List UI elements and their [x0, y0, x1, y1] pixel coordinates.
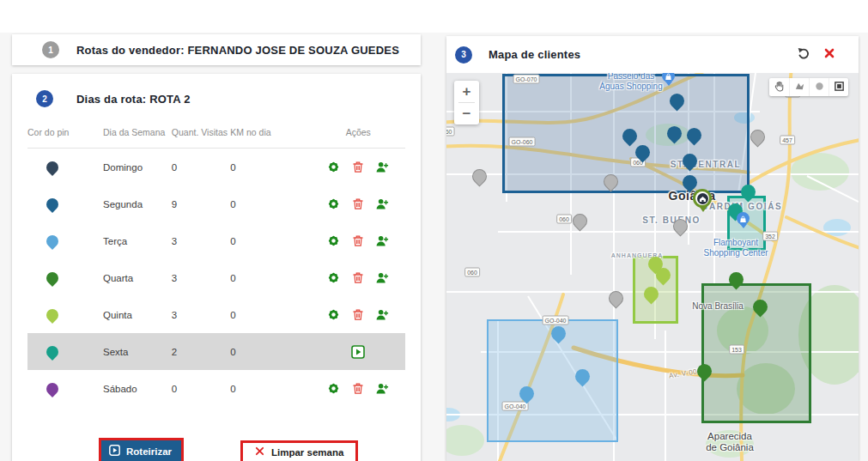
- pin-color-cell: [27, 149, 103, 186]
- add-client-icon[interactable]: [376, 309, 389, 320]
- step-badge-2: 2: [36, 90, 53, 107]
- close-map-button[interactable]: [822, 46, 836, 63]
- col-header-visits: Quant. Visitas: [172, 124, 231, 149]
- zoom-in-button[interactable]: +: [454, 81, 479, 102]
- house-icon: [699, 191, 707, 206]
- settings-gear-icon[interactable]: [327, 197, 340, 210]
- route-days-title: Dias da rota: ROTA 2: [76, 93, 191, 106]
- delete-trash-icon[interactable]: [352, 308, 364, 321]
- step-badge-1: 1: [42, 41, 59, 58]
- pin-color-cell: [27, 333, 103, 370]
- x-icon: [255, 446, 264, 458]
- vendor-routes-title: Rotas do vendedor: FERNANDO JOSE DE SOUZ…: [76, 44, 399, 57]
- add-client-icon[interactable]: [376, 272, 389, 283]
- pin-color-cell: [27, 370, 103, 407]
- hand-icon: [774, 81, 785, 94]
- map-draw-toolbar: [769, 78, 848, 96]
- km-cell: 0: [230, 296, 311, 333]
- flamboyant-poi-marker[interactable]: [737, 212, 750, 228]
- km-cell: 0: [230, 149, 311, 186]
- km-cell: 0: [230, 222, 311, 259]
- panel-route-days: 2 Dias da rota: ROTA 2 Cor do pin Dia da…: [12, 74, 421, 461]
- table-row-quarta[interactable]: Quarta30: [27, 259, 405, 296]
- add-client-icon[interactable]: [376, 198, 389, 209]
- table-header-row: Cor do pin Dia da Semana Quant. Visitas …: [27, 124, 405, 149]
- settings-gear-icon[interactable]: [327, 161, 340, 173]
- km-cell: 0: [230, 370, 311, 407]
- visits-cell: 0: [172, 149, 231, 186]
- route-play-icon[interactable]: [351, 345, 365, 359]
- day-pin-icon: [44, 233, 61, 250]
- add-client-icon[interactable]: [376, 161, 389, 173]
- table-row-sábado[interactable]: Sábado00: [27, 370, 405, 407]
- day-cell: Quinta: [103, 296, 172, 333]
- panel-vendor-routes: 1 Rotas do vendedor: FERNANDO JOSE DE SO…: [12, 34, 421, 65]
- client-map-header: 3 Mapa de clientes: [446, 36, 859, 74]
- day-pin-icon: [44, 159, 61, 176]
- actions-cell: [311, 259, 405, 296]
- delete-trash-icon[interactable]: [352, 382, 364, 395]
- circle-icon: [814, 81, 825, 94]
- panel-client-map: 3 Mapa de clientes: [446, 36, 859, 461]
- km-cell: 0: [230, 333, 311, 370]
- client-map-title: Mapa de clientes: [489, 48, 580, 61]
- pin-color-cell: [27, 185, 103, 222]
- delete-trash-icon[interactable]: [352, 161, 364, 173]
- table-row-terça[interactable]: Terça30: [27, 222, 405, 259]
- pan-hand-tool-button[interactable]: [769, 78, 789, 96]
- table-row-domingo[interactable]: Domingo00: [27, 149, 405, 186]
- actions-cell: [311, 296, 405, 333]
- roteirizar-label: Roteirizar: [126, 446, 172, 457]
- add-client-icon[interactable]: [376, 235, 389, 246]
- visits-cell: 3: [172, 296, 231, 333]
- roteirizar-button[interactable]: Roteirizar: [101, 440, 181, 461]
- limpar-semana-button[interactable]: Limpar semana: [243, 443, 355, 461]
- table-row-sexta[interactable]: Sexta20: [27, 333, 405, 370]
- route-center-home-marker[interactable]: [693, 189, 713, 215]
- day-pin-icon: [44, 196, 61, 213]
- visits-cell: 3: [172, 259, 231, 296]
- day-cell: Domingo: [103, 149, 172, 186]
- passeio-poi-marker[interactable]: [662, 73, 676, 86]
- table-row-segunda[interactable]: Segunda90: [27, 185, 405, 222]
- settings-gear-icon[interactable]: [327, 382, 340, 395]
- rectangle-tool-button[interactable]: [829, 78, 848, 96]
- client-map[interactable]: Passeio das Águas ShoppingST. CENTRALGoi…: [446, 73, 859, 461]
- day-pin-icon: [44, 270, 61, 287]
- visits-cell: 3: [172, 222, 231, 259]
- roteirizar-highlight-box: Roteirizar: [99, 438, 184, 461]
- limpar-semana-label: Limpar semana: [271, 447, 343, 458]
- col-header-pin-color: Cor do pin: [27, 124, 103, 149]
- settings-gear-icon[interactable]: [327, 271, 340, 284]
- settings-gear-icon[interactable]: [327, 308, 340, 321]
- delete-trash-icon[interactable]: [352, 271, 364, 284]
- day-pin-icon: [44, 343, 61, 361]
- route-days-header: 2 Dias da rota: ROTA 2: [12, 74, 421, 124]
- pin-color-cell: [27, 296, 103, 333]
- page-top-whitespace: [0, 0, 868, 33]
- undo-button[interactable]: [795, 45, 812, 64]
- step-badge-3: 3: [455, 46, 472, 64]
- delete-trash-icon[interactable]: [352, 234, 364, 247]
- zoom-out-button[interactable]: −: [454, 103, 479, 124]
- actions-cell: [311, 333, 405, 370]
- pin-color-cell: [27, 259, 103, 296]
- polygon-icon: [794, 81, 805, 94]
- day-cell: Sexta: [103, 333, 172, 370]
- day-pin-icon: [44, 306, 61, 324]
- delete-trash-icon[interactable]: [352, 197, 364, 210]
- add-client-icon[interactable]: [376, 383, 389, 394]
- play-icon: [109, 445, 120, 458]
- visits-cell: 2: [172, 333, 231, 370]
- col-header-km: KM no dia: [230, 124, 311, 149]
- shopping-bag-icon: [665, 73, 672, 84]
- table-row-quinta[interactable]: Quinta30: [27, 296, 405, 333]
- settings-gear-icon[interactable]: [327, 234, 340, 247]
- col-header-actions: Ações: [311, 124, 405, 149]
- day-pin-icon: [44, 380, 61, 397]
- polygon-tool-button[interactable]: [789, 78, 809, 96]
- rectangle-icon: [834, 81, 845, 94]
- km-cell: 0: [230, 259, 311, 296]
- circle-tool-button[interactable]: [809, 78, 829, 96]
- limpar-highlight-box: Limpar semana: [240, 440, 358, 461]
